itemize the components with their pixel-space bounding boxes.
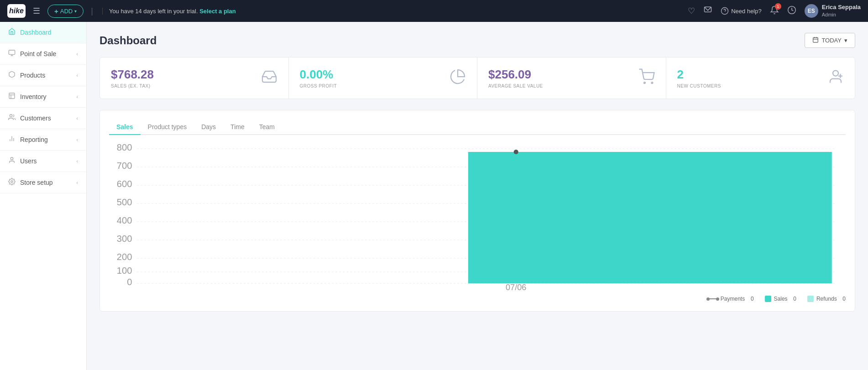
svg-point-14	[10, 157, 13, 160]
divider: |	[91, 6, 93, 16]
customers-icon	[8, 114, 16, 123]
sales-chart: 800 700 600 500 400 300 200 100	[109, 144, 846, 290]
tab-sales[interactable]: Sales	[109, 120, 141, 135]
sidebar-item-label: Store setup	[20, 179, 72, 186]
chart-area: 800 700 600 500 400 300 200 100	[109, 144, 846, 290]
payments-legend-label: Payments	[721, 296, 748, 302]
svg-point-15	[11, 181, 13, 182]
sidebar-item-label: Products	[20, 72, 72, 79]
sidebar-item-label: Users	[20, 157, 72, 165]
person-icon	[827, 68, 844, 88]
sidebar-item-inventory[interactable]: Inventory ‹	[0, 86, 86, 108]
cart-icon	[638, 68, 655, 88]
sales-value: $768.28	[111, 68, 154, 82]
users-icon	[8, 156, 16, 166]
add-button[interactable]: + ADD ▾	[47, 5, 84, 18]
inbox-icon	[261, 68, 277, 88]
svg-point-22	[833, 70, 838, 76]
user-role: Admin	[822, 11, 861, 18]
main-layout: Dashboard Point of Sale ‹ Products ‹ Inv…	[0, 22, 868, 370]
sidebar-item-store-setup[interactable]: Store setup ‹	[0, 172, 86, 193]
chart-container: Sales Product types Days Time Team 800 7…	[99, 110, 855, 312]
stat-card-sales: $768.28 SALES (EX. TAX)	[100, 57, 289, 99]
svg-point-20	[644, 82, 645, 83]
trial-message: You have 14 days left in your trial. Sel…	[102, 8, 236, 15]
notification-badge: 1	[775, 3, 781, 10]
chevron-icon: ‹	[76, 51, 78, 57]
topnav-right: ♡ Need help? 1 ES Erica Seppala Admin	[688, 4, 861, 18]
refunds-legend-color	[807, 296, 814, 302]
tab-product-types[interactable]: Product types	[141, 120, 194, 135]
sidebar-item-point-of-sale[interactable]: Point of Sale ‹	[0, 43, 86, 65]
chevron-icon: ‹	[76, 180, 78, 185]
sidebar-item-customers[interactable]: Customers ‹	[0, 108, 86, 129]
avg-sale-label: AVERAGE SALE VALUE	[488, 83, 543, 89]
tab-team[interactable]: Team	[252, 120, 282, 135]
stat-cards: $768.28 SALES (EX. TAX) 0.00% GROSS PROF…	[99, 57, 855, 99]
svg-text:07/06: 07/06	[506, 283, 526, 290]
svg-text:700: 700	[117, 161, 132, 171]
sidebar: Dashboard Point of Sale ‹ Products ‹ Inv…	[0, 22, 87, 370]
new-customers-label: NEW CUSTOMERS	[677, 83, 721, 89]
favorites-icon[interactable]: ♡	[688, 6, 695, 16]
svg-text:200: 200	[117, 252, 132, 262]
messages-icon[interactable]	[703, 5, 712, 17]
svg-text:100: 100	[117, 266, 132, 276]
plus-icon: +	[54, 7, 58, 15]
hamburger-button[interactable]: ☰	[31, 4, 42, 18]
home-icon	[8, 28, 16, 37]
sales-label: SALES (EX. TAX)	[111, 83, 154, 89]
chart-tabs: Sales Product types Days Time Team	[109, 120, 846, 135]
sidebar-item-products[interactable]: Products ‹	[0, 65, 86, 86]
sidebar-item-label: Customers	[20, 115, 72, 122]
user-name: Erica Seppala	[822, 4, 861, 11]
calendar-icon	[812, 36, 819, 44]
sidebar-item-dashboard[interactable]: Dashboard	[0, 22, 86, 43]
sidebar-item-reporting[interactable]: Reporting ‹	[0, 129, 86, 151]
stat-card-new-customers: 2 NEW CUSTOMERS	[666, 57, 855, 99]
today-button[interactable]: TODAY ▾	[805, 33, 855, 48]
svg-text:600: 600	[117, 179, 132, 189]
svg-rect-16	[813, 37, 818, 42]
chevron-down-icon: ▾	[844, 37, 847, 44]
page-title: Dashboard	[99, 34, 157, 47]
chevron-icon: ‹	[76, 137, 78, 142]
chart-legend: Payments 0 Sales 0 Refunds 0	[109, 296, 846, 302]
svg-rect-7	[9, 93, 15, 99]
avg-sale-value: $256.09	[488, 68, 543, 82]
payments-legend-count: 0	[751, 296, 754, 302]
gross-profit-label: GROSS PROFIT	[300, 83, 337, 89]
logo-area: hike	[7, 4, 26, 18]
dashboard-header: Dashboard TODAY ▾	[99, 33, 855, 48]
user-menu[interactable]: ES Erica Seppala Admin	[805, 4, 861, 18]
data-point	[514, 150, 518, 154]
pos-icon	[8, 49, 16, 58]
svg-text:400: 400	[117, 215, 132, 225]
svg-text:300: 300	[117, 234, 132, 244]
notifications-icon[interactable]: 1	[770, 5, 779, 17]
svg-point-1	[722, 8, 728, 15]
svg-rect-4	[9, 50, 15, 54]
store-setup-icon	[8, 178, 16, 187]
chevron-icon: ‹	[76, 73, 78, 78]
help-button[interactable]: Need help?	[721, 7, 762, 15]
sales-legend-color	[765, 296, 771, 302]
svg-text:500: 500	[117, 197, 132, 207]
new-customers-value: 2	[677, 68, 721, 82]
sidebar-item-users[interactable]: Users ‹	[0, 151, 86, 172]
tab-time[interactable]: Time	[223, 120, 252, 135]
refunds-legend-label: Refunds	[816, 296, 840, 302]
logo: hike	[7, 4, 26, 18]
tab-days[interactable]: Days	[194, 120, 223, 135]
legend-refunds: Refunds 0	[807, 296, 846, 302]
reporting-icon	[8, 135, 16, 144]
chevron-icon: ‹	[76, 115, 78, 121]
sidebar-item-label: Reporting	[20, 136, 72, 143]
clock-icon[interactable]	[787, 5, 796, 17]
sales-legend-count: 0	[793, 296, 796, 302]
sidebar-item-label: Inventory	[20, 93, 72, 100]
chevron-icon: ‹	[76, 94, 78, 99]
svg-point-21	[651, 82, 653, 83]
products-icon	[8, 71, 16, 80]
select-plan-link[interactable]: Select a plan	[199, 8, 235, 15]
